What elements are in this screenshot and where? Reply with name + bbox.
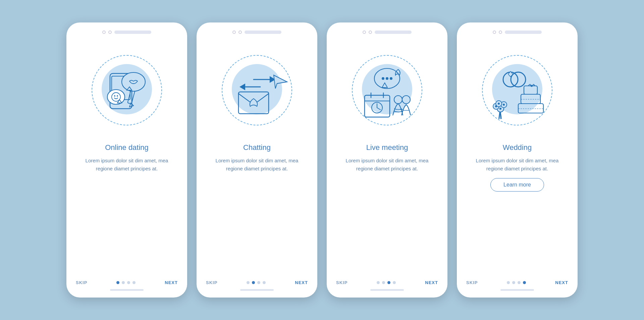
- svg-point-23: [390, 77, 392, 80]
- cards-container: Online dating Lorem ipsum dolor sit dim …: [66, 22, 578, 298]
- next-button[interactable]: NEXT: [425, 280, 438, 285]
- svg-point-7: [107, 90, 125, 104]
- illustration-live-meeting: [340, 40, 434, 141]
- home-indicator: [370, 289, 404, 291]
- nav-dot-4: [523, 281, 526, 284]
- phone-top-bar: [232, 31, 281, 34]
- top-dot: [499, 31, 502, 34]
- illustration-online-dating: [80, 40, 174, 141]
- svg-line-53: [500, 112, 501, 119]
- card-body-live-meeting: Lorem ipsum dolor sit dim amet, mea regi…: [327, 157, 447, 173]
- nav-dot-2: [252, 281, 255, 284]
- top-bar-line: [375, 31, 412, 34]
- svg-point-32: [402, 96, 410, 104]
- top-dot: [238, 31, 242, 34]
- nav-dots: [247, 281, 266, 284]
- svg-point-31: [394, 96, 402, 104]
- svg-point-11: [117, 95, 118, 97]
- card-title-online-dating: Online dating: [105, 143, 149, 152]
- skip-button[interactable]: SKIP: [466, 280, 478, 285]
- card-body-chatting: Lorem ipsum dolor sit dim amet, mea regi…: [197, 157, 317, 173]
- top-dot: [493, 31, 496, 34]
- svg-rect-40: [524, 86, 537, 94]
- home-indicator: [110, 289, 144, 291]
- nav-dot-3: [387, 281, 390, 284]
- card-body-wedding: Lorem ipsum dolor sit dim amet, mea regi…: [457, 157, 578, 173]
- svg-point-43: [531, 85, 533, 87]
- nav-dot-1: [507, 281, 510, 284]
- svg-marker-16: [239, 84, 245, 90]
- nav-bar-chatting: SKIP NEXT: [197, 280, 317, 285]
- top-dot: [108, 31, 112, 34]
- top-bar-line: [245, 31, 281, 34]
- svg-point-49: [495, 105, 497, 107]
- svg-point-10: [114, 95, 115, 97]
- illustration-chatting: [210, 40, 304, 141]
- online-dating-icon: [90, 57, 164, 124]
- nav-dot-2: [382, 281, 385, 284]
- card-title-live-meeting: Live meeting: [366, 143, 408, 152]
- nav-dot-4: [132, 281, 136, 284]
- svg-rect-39: [521, 94, 540, 104]
- phone-top-bar: [363, 31, 412, 34]
- svg-line-30: [377, 108, 380, 110]
- card-body-online-dating: Lorem ipsum dolor sit dim amet, mea regi…: [66, 157, 187, 173]
- top-dot: [232, 31, 236, 34]
- svg-line-52: [499, 112, 500, 119]
- nav-dot-3: [127, 281, 130, 284]
- skip-button[interactable]: SKIP: [206, 280, 217, 285]
- nav-dot-3: [257, 281, 260, 284]
- nav-dot-1: [247, 281, 250, 284]
- svg-point-48: [499, 108, 501, 110]
- svg-point-5: [122, 72, 145, 91]
- svg-rect-38: [518, 104, 543, 113]
- illustration-wedding: [470, 40, 564, 141]
- nav-dot-3: [518, 281, 521, 284]
- nav-dots: [377, 281, 396, 284]
- next-button[interactable]: NEXT: [295, 280, 308, 285]
- nav-bar-wedding: SKIP NEXT: [457, 280, 578, 285]
- phone-card-wedding: Wedding Lorem ipsum dolor sit dim amet, …: [457, 22, 578, 298]
- phone-top-bar: [102, 31, 151, 34]
- next-button[interactable]: NEXT: [555, 280, 568, 285]
- nav-dot-4: [393, 281, 396, 284]
- next-button[interactable]: NEXT: [165, 280, 178, 285]
- svg-marker-17: [274, 75, 287, 89]
- skip-button[interactable]: SKIP: [336, 280, 347, 285]
- nav-dot-1: [377, 281, 380, 284]
- wedding-icon: [479, 57, 556, 124]
- nav-bar-live-meeting: SKIP NEXT: [327, 280, 447, 285]
- phone-card-live-meeting: Live meeting Lorem ipsum dolor sit dim a…: [327, 22, 447, 298]
- phone-card-online-dating: Online dating Lorem ipsum dolor sit dim …: [66, 22, 187, 298]
- svg-point-50: [503, 104, 505, 106]
- home-indicator: [240, 289, 274, 291]
- nav-dots: [507, 281, 526, 284]
- svg-point-21: [382, 77, 384, 80]
- learn-more-button[interactable]: Learn more: [490, 178, 544, 192]
- top-dot: [102, 31, 106, 34]
- nav-dot-4: [263, 281, 266, 284]
- nav-dot-2: [512, 281, 515, 284]
- nav-dots: [116, 281, 136, 284]
- card-title-chatting: Chatting: [243, 143, 271, 152]
- phone-top-bar: [493, 31, 542, 34]
- chatting-icon: [220, 57, 294, 124]
- top-bar-line: [505, 31, 542, 34]
- top-dot: [363, 31, 366, 34]
- top-dot: [369, 31, 372, 34]
- svg-point-22: [386, 77, 388, 80]
- skip-button[interactable]: SKIP: [76, 280, 87, 285]
- phone-card-chatting: Chatting Lorem ipsum dolor sit dim amet,…: [197, 22, 317, 298]
- card-title-wedding: Wedding: [503, 143, 532, 152]
- nav-dot-2: [122, 281, 125, 284]
- home-indicator: [500, 289, 534, 291]
- live-meeting-icon: [348, 57, 426, 124]
- nav-bar-online-dating: SKIP NEXT: [66, 280, 187, 285]
- nav-dot-1: [116, 281, 119, 284]
- svg-point-51: [498, 103, 500, 105]
- top-bar-line: [114, 31, 151, 34]
